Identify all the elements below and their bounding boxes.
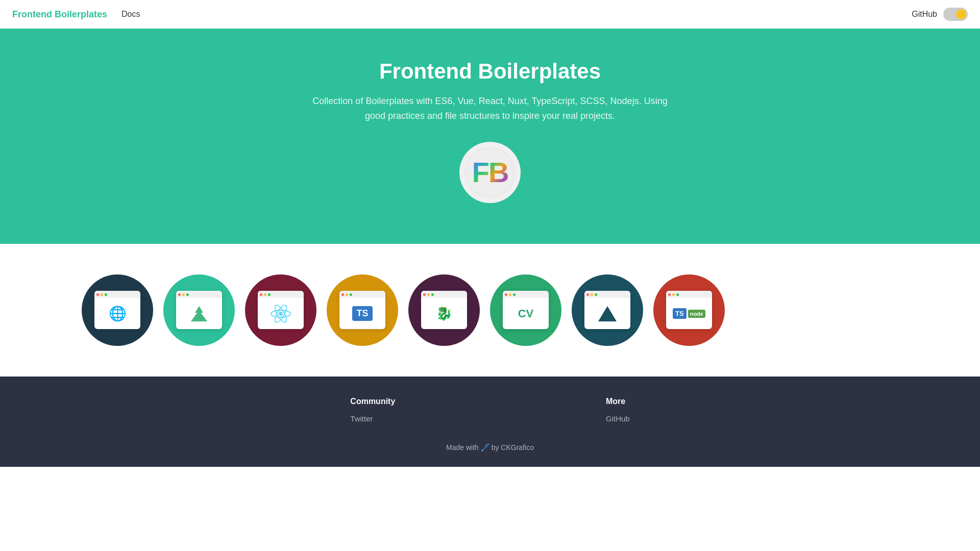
- dot-red: [96, 293, 99, 296]
- toggle-knob: ☀️: [956, 9, 966, 19]
- sun-icon: ☀️: [958, 11, 965, 18]
- cv-logo: CV: [518, 307, 534, 320]
- boilerplate-vue[interactable]: [163, 274, 235, 346]
- browser-window-react: [258, 291, 304, 329]
- dot-red: [341, 293, 344, 296]
- hero-subtitle: Collection of Boilerplates with ES6, Vue…: [311, 94, 669, 123]
- browser-window-nuxt-tri: [584, 291, 630, 329]
- dot-yellow: [101, 293, 103, 296]
- dot-red: [586, 293, 589, 296]
- browser-content-tsnode: TS node: [666, 298, 712, 329]
- hero-title: Frontend Boilerplates: [379, 59, 601, 84]
- footer-community-heading: Community: [350, 397, 395, 406]
- browser-bar-tsnode: [666, 291, 712, 298]
- boilerplate-nuxt[interactable]: 🐉: [408, 274, 480, 346]
- browser-bar-nuxt-tri: [584, 291, 630, 298]
- boilerplate-tsnode[interactable]: TS node: [653, 274, 725, 346]
- github-nav-link[interactable]: GitHub: [912, 10, 937, 19]
- hero-logo-text: FB: [472, 156, 508, 189]
- dot-yellow: [346, 293, 348, 296]
- boilerplate-web[interactable]: 🌐: [82, 274, 153, 346]
- footer-more-heading: More: [606, 397, 630, 406]
- nav-brand[interactable]: Frontend Boilerplates: [12, 9, 107, 20]
- dot-red: [423, 293, 426, 296]
- browser-content-nuxt-tri: [584, 298, 630, 329]
- footer-columns: Community Twitter More GitHub: [245, 397, 735, 427]
- ts-logo: TS: [352, 306, 372, 321]
- globe-icon: 🌐: [109, 305, 127, 322]
- dot-red: [178, 293, 181, 296]
- triangle-icon: [598, 306, 617, 321]
- footer-community: Community Twitter: [350, 397, 395, 427]
- dot-yellow: [509, 293, 511, 296]
- boilerplate-cv[interactable]: CV: [490, 274, 561, 346]
- vue-logo: [191, 306, 207, 321]
- dot-green: [105, 293, 107, 296]
- dot-green: [268, 293, 271, 296]
- browser-content-cv: CV: [503, 298, 549, 329]
- dot-yellow: [182, 293, 185, 296]
- browser-bar-vue: [176, 291, 222, 298]
- browser-window-vue: [176, 291, 222, 329]
- react-logo: [271, 304, 291, 324]
- hero-logo: FB: [459, 142, 521, 203]
- footer-bottom: Made with 🖊️ by CKGrafico: [12, 443, 968, 452]
- github-footer-link[interactable]: GitHub: [606, 414, 630, 423]
- made-with-label: Made with: [446, 443, 479, 452]
- footer-more: More GitHub: [606, 397, 630, 427]
- browser-content-vue: [176, 298, 222, 329]
- twitter-link[interactable]: Twitter: [350, 414, 395, 423]
- tsnode-logo: TS node: [673, 308, 705, 319]
- dot-yellow: [427, 293, 430, 296]
- dot-green: [431, 293, 434, 296]
- pencil-icon: 🖊️: [481, 443, 489, 452]
- theme-toggle[interactable]: ☀️: [943, 8, 968, 21]
- browser-bar: [94, 291, 140, 298]
- boilerplate-nuxt-tri[interactable]: [572, 274, 643, 346]
- footer: Community Twitter More GitHub Made with …: [0, 377, 980, 467]
- browser-window-web: 🌐: [94, 291, 140, 329]
- dot-red: [668, 293, 671, 296]
- boilerplate-react[interactable]: [245, 274, 316, 346]
- dot-red: [260, 293, 262, 296]
- dot-green: [595, 293, 597, 296]
- dot-green: [186, 293, 189, 296]
- navbar: Frontend Boilerplates Docs GitHub ☀️: [0, 0, 980, 29]
- boilerplate-typescript[interactable]: TS: [327, 274, 398, 346]
- browser-window-tsnode: TS node: [666, 291, 712, 329]
- dot-yellow: [672, 293, 675, 296]
- dot-green: [513, 293, 516, 296]
- node-badge: node: [688, 310, 705, 318]
- ts-small-badge: TS: [673, 308, 687, 319]
- made-by-label: by CKGrafico: [492, 443, 534, 452]
- dot-green: [676, 293, 679, 296]
- browser-window-ts: TS: [339, 291, 385, 329]
- browser-window-cv: CV: [503, 291, 549, 329]
- nuxt-dragon-icon: 🐉: [436, 306, 452, 321]
- browser-content-react: [258, 298, 304, 329]
- boilerplates-section: 🌐: [0, 244, 980, 377]
- browser-content-nuxt: 🐉: [421, 298, 467, 329]
- browser-bar-react: [258, 291, 304, 298]
- hero-section: Frontend Boilerplates Collection of Boil…: [0, 29, 980, 244]
- browser-bar-cv: [503, 291, 549, 298]
- dot-yellow: [591, 293, 593, 296]
- dot-red: [505, 293, 507, 296]
- dot-green: [350, 293, 352, 296]
- browser-content-web: 🌐: [94, 298, 140, 329]
- dot-yellow: [264, 293, 266, 296]
- react-core: [279, 312, 283, 316]
- browser-bar-nuxt: [421, 291, 467, 298]
- browser-content-ts: TS: [339, 298, 385, 329]
- hero-logo-inner: FB: [464, 147, 516, 198]
- made-with-text: Made with 🖊️ by CKGrafico: [446, 443, 534, 452]
- browser-bar-ts: [339, 291, 385, 298]
- browser-window-nuxt: 🐉: [421, 291, 467, 329]
- docs-link[interactable]: Docs: [121, 10, 140, 19]
